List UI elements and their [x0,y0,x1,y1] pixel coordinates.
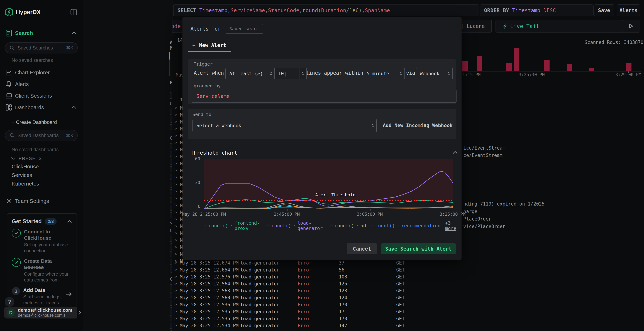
table-row[interactable]: >May 28 3:25:12.564 PMload-generatorErro… [172,281,644,287]
user-menu[interactable]: D demos@clickhouse.com demos@clickhouse.… [4,307,77,319]
add-webhook-button[interactable]: Add New Incoming Webhook [383,123,452,128]
expand-chevron[interactable]: > [174,231,177,236]
expand-chevron[interactable]: > [174,161,177,166]
save-button[interactable]: Save [594,4,614,16]
table-row[interactable]: >May 28 3:25:12.674 PMload-generatorErro… [172,260,644,267]
legend-item[interactable]: — count() · load-generator [267,220,325,231]
expand-chevron[interactable]: > [174,168,177,173]
expand-chevron[interactable]: > [174,224,177,229]
presets-toggle[interactable]: PRESETS [11,156,42,161]
step-title: Connect to ClickHouse [24,229,51,241]
grouped-by-input[interactable]: ServiceName [192,90,456,103]
select-query-text: SELECT Timestamp,ServiceName,StatusCode,… [178,7,390,13]
saved-dashboards-input[interactable]: Saved Dashboards ⌘K [5,130,78,141]
get-started-step-connect[interactable]: Connect to ClickHouse Set up your databa… [12,229,72,254]
sidebar-item-dashboards[interactable]: Dashboards [0,103,83,111]
step-number-badge: 3 [12,287,20,295]
get-started-header[interactable]: Get Started 2/3 [12,218,72,225]
table-row[interactable]: >May 28 3:25:12.535 PMload-generatorErro… [172,315,644,322]
expand-chevron[interactable]: > [174,147,177,152]
saved-search-name-input[interactable] [226,24,263,34]
legend-item[interactable]: — count() · ad [330,223,366,228]
hyperdx-logo-icon [5,8,13,16]
expand-chevron[interactable]: > [174,112,177,117]
collapse-sidebar-icon[interactable] [70,8,77,16]
order-by-input[interactable]: ORDER BY Timestamp DESC [480,4,594,16]
expand-chevron[interactable]: > [174,119,177,124]
time-window-select[interactable]: 5 minute [363,68,405,79]
expand-chevron[interactable]: > [174,196,177,201]
operator-select[interactable]: At least (≥) [226,68,275,79]
expand-chevron[interactable]: > [174,154,177,159]
tab-new-alert[interactable]: + New Alert [192,42,226,48]
table-row[interactable]: >May 28 3:25:12.560 PMload-generatorErro… [172,294,644,301]
expand-chevron[interactable]: > [174,252,177,257]
expand-chevron[interactable]: > [174,175,177,180]
live-tail-label: Live Tail [510,23,539,29]
table-row[interactable]: >May 28 3:25:12.563 PMload-generatorErro… [172,287,644,294]
table-row[interactable]: >May 28 3:25:12.654 PMload-generatorErro… [172,267,644,274]
preset-item[interactable]: ClickHouse [12,162,39,171]
chevron-down-icon [11,157,16,160]
legend-more-button[interactable]: +3 more [445,220,462,231]
legend-series: ad [360,223,366,228]
saved-searches-input[interactable]: Saved Searches ⌘K [5,42,78,53]
get-started-step-add-data[interactable]: 3 Add Data Start sending logs, metrics, … [12,287,72,306]
expand-chevron[interactable]: > [174,105,177,110]
expand-chevron[interactable]: > [174,245,177,250]
legend-swatch: — [204,223,207,228]
sidebar-item-alerts[interactable]: Alerts [0,80,83,88]
expand-chevron[interactable]: > [174,238,177,243]
expand-chevron[interactable]: > [174,133,177,138]
histogram-bar[interactable] [477,56,482,71]
expand-chevron[interactable]: > [174,203,177,208]
scanned-rows: Scanned Rows: 3403870 [584,40,644,45]
saved-searches-placeholder: Saved Searches [18,45,53,51]
expand-chevron[interactable]: > [174,126,177,131]
create-dashboard-button[interactable]: + Create Dashboard [12,119,57,125]
chevron-up-icon[interactable] [452,151,458,154]
cancel-button[interactable]: Cancel [347,243,377,254]
expand-chevron[interactable]: > [174,210,177,215]
sidebar-item-search[interactable]: Search [0,29,83,37]
histogram-bar[interactable] [544,60,550,71]
run-query-button[interactable] [622,20,640,32]
sidebar-item-client-sessions[interactable]: Client Sessions [0,92,83,100]
histogram-bar[interactable] [506,63,512,71]
preset-item[interactable]: Services [12,171,39,179]
live-tail-button[interactable]: Live Tail [496,20,625,32]
threshold-chart-plot[interactable]: Alert Threshold [204,159,453,209]
alerts-button[interactable]: Alerts [617,4,640,16]
table-row[interactable]: >May 28 3:25:12.576 PMload-generatorErro… [172,274,644,281]
select-query-input[interactable]: SELECT Timestamp,ServiceName,StatusCode,… [173,4,480,16]
histogram-bar[interactable] [462,61,468,71]
send-to-label: Send to [192,112,211,117]
table-row[interactable]: >May 28 3:25:12.534 PMload-generatorErro… [172,322,644,329]
legend-item[interactable]: — count() · recommendation [371,223,440,228]
expand-chevron[interactable]: > [174,217,177,222]
expand-chevron[interactable]: > [174,182,177,187]
webhook-select[interactable]: Select a Webhook [192,119,377,132]
avatar: D [7,309,15,317]
histogram-bar[interactable] [626,63,632,71]
threshold-value-input[interactable]: 10| [274,68,307,79]
sidebar-item-label: Dashboards [15,104,44,110]
number-spinner[interactable] [299,68,304,79]
help-button[interactable]: ? [5,297,14,307]
expand-chevron[interactable]: > [174,189,177,194]
histogram-bar[interactable] [567,64,572,71]
user-email: demos@clickhouse.com [18,308,72,313]
channel-select[interactable]: Webhook [416,68,453,79]
expand-chevron[interactable]: > [174,140,177,145]
table-row[interactable]: >May 28 3:25:12.535 PMload-generatorErro… [172,308,644,315]
histogram-bar[interactable] [589,68,594,71]
table-row[interactable]: >May 28 3:25:12.536 PMload-generatorErro… [172,301,644,308]
legend-item[interactable]: — count() · frontend-proxy [204,220,262,231]
get-started-step-sources[interactable]: Create Data Sources Configure where your… [12,258,72,283]
sidebar-item-team-settings[interactable]: Team Settings [0,197,83,205]
language-lucene[interactable]: Lucene [467,23,485,29]
preset-item[interactable]: Kubernetes [12,179,39,188]
sidebar-item-chart-explorer[interactable]: Chart Explorer [0,68,83,77]
save-search-with-alert-button[interactable]: Save Search with Alert [381,243,456,254]
histogram-bar[interactable] [514,48,519,71]
